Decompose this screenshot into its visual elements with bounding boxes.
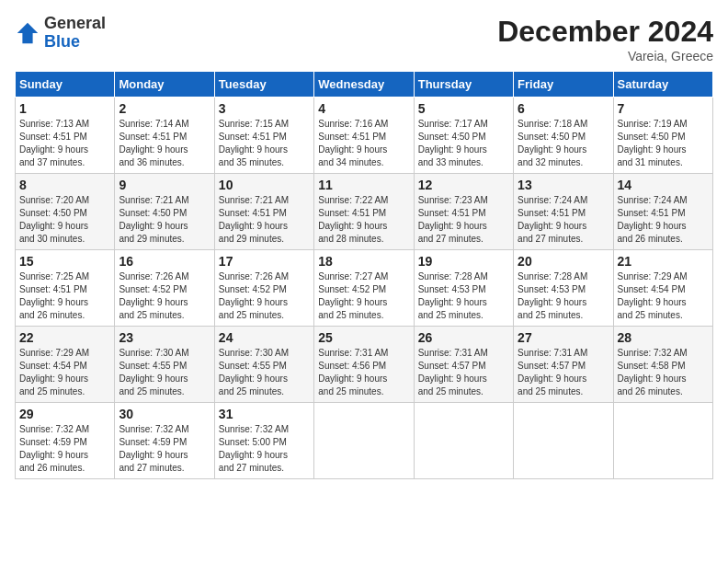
day-info: Sunrise: 7:31 AM Sunset: 4:56 PM Dayligh… xyxy=(318,347,409,398)
weekday-header: Wednesday xyxy=(314,72,414,98)
logo-icon xyxy=(15,20,40,46)
calendar-week-row: 22Sunrise: 7:29 AM Sunset: 4:54 PM Dayli… xyxy=(16,327,713,403)
day-info: Sunrise: 7:24 AM Sunset: 4:51 PM Dayligh… xyxy=(518,194,609,246)
day-number: 10 xyxy=(219,178,310,192)
weekday-header: Saturday xyxy=(613,72,712,98)
day-number: 9 xyxy=(119,178,210,192)
calendar-day-cell: 9Sunrise: 7:21 AM Sunset: 4:50 PM Daylig… xyxy=(115,174,214,250)
day-number: 4 xyxy=(318,101,409,116)
calendar-day-cell: 11Sunrise: 7:22 AM Sunset: 4:51 PM Dayli… xyxy=(314,174,414,250)
day-number: 24 xyxy=(219,330,310,345)
weekday-header: Monday xyxy=(115,72,214,98)
day-number: 20 xyxy=(518,254,609,269)
calendar-table: SundayMondayTuesdayWednesdayThursdayFrid… xyxy=(15,71,713,479)
day-number: 19 xyxy=(418,254,509,269)
calendar-day-cell: 31Sunrise: 7:32 AM Sunset: 5:00 PM Dayli… xyxy=(214,403,313,479)
logo: General Blue xyxy=(15,15,106,52)
day-info: Sunrise: 7:25 AM Sunset: 4:51 PM Dayligh… xyxy=(19,270,110,322)
day-info: Sunrise: 7:32 AM Sunset: 4:58 PM Dayligh… xyxy=(618,347,709,398)
day-info: Sunrise: 7:31 AM Sunset: 4:57 PM Dayligh… xyxy=(518,347,609,398)
calendar-day-cell: 17Sunrise: 7:26 AM Sunset: 4:52 PM Dayli… xyxy=(214,250,313,327)
day-info: Sunrise: 7:32 AM Sunset: 5:00 PM Dayligh… xyxy=(219,423,310,475)
calendar-day-cell: 6Sunrise: 7:18 AM Sunset: 4:50 PM Daylig… xyxy=(514,98,613,174)
calendar-day-cell: 10Sunrise: 7:21 AM Sunset: 4:51 PM Dayli… xyxy=(214,174,313,250)
page-header: General Blue December 2024 Vareia, Greec… xyxy=(15,15,713,63)
day-number: 6 xyxy=(518,101,609,116)
day-info: Sunrise: 7:16 AM Sunset: 4:51 PM Dayligh… xyxy=(318,118,409,169)
calendar-week-row: 29Sunrise: 7:32 AM Sunset: 4:59 PM Dayli… xyxy=(16,403,713,479)
day-info: Sunrise: 7:21 AM Sunset: 4:51 PM Dayligh… xyxy=(219,194,310,246)
day-info: Sunrise: 7:26 AM Sunset: 4:52 PM Dayligh… xyxy=(119,270,210,322)
day-number: 16 xyxy=(119,254,210,269)
calendar-day-cell xyxy=(314,403,414,479)
calendar-week-row: 1Sunrise: 7:13 AM Sunset: 4:51 PM Daylig… xyxy=(16,98,713,174)
calendar-day-cell: 18Sunrise: 7:27 AM Sunset: 4:52 PM Dayli… xyxy=(314,250,414,327)
calendar-day-cell xyxy=(514,403,613,479)
day-number: 8 xyxy=(19,178,110,192)
day-info: Sunrise: 7:28 AM Sunset: 4:53 PM Dayligh… xyxy=(418,270,509,322)
calendar-day-cell: 29Sunrise: 7:32 AM Sunset: 4:59 PM Dayli… xyxy=(16,403,115,479)
calendar-day-cell: 15Sunrise: 7:25 AM Sunset: 4:51 PM Dayli… xyxy=(16,250,115,327)
calendar-day-cell: 27Sunrise: 7:31 AM Sunset: 4:57 PM Dayli… xyxy=(514,327,613,403)
day-info: Sunrise: 7:19 AM Sunset: 4:50 PM Dayligh… xyxy=(618,118,709,169)
day-number: 26 xyxy=(418,330,509,345)
calendar-week-row: 8Sunrise: 7:20 AM Sunset: 4:50 PM Daylig… xyxy=(16,174,713,250)
calendar-day-cell: 2Sunrise: 7:14 AM Sunset: 4:51 PM Daylig… xyxy=(115,98,214,174)
day-number: 3 xyxy=(219,101,310,116)
day-info: Sunrise: 7:27 AM Sunset: 4:52 PM Dayligh… xyxy=(318,270,409,322)
weekday-header: Sunday xyxy=(16,72,115,98)
day-number: 22 xyxy=(19,330,110,345)
day-info: Sunrise: 7:21 AM Sunset: 4:50 PM Dayligh… xyxy=(119,194,210,246)
svg-marker-0 xyxy=(17,23,38,43)
calendar-day-cell: 4Sunrise: 7:16 AM Sunset: 4:51 PM Daylig… xyxy=(314,98,414,174)
day-info: Sunrise: 7:18 AM Sunset: 4:50 PM Dayligh… xyxy=(518,118,609,169)
day-number: 23 xyxy=(119,330,210,345)
day-info: Sunrise: 7:20 AM Sunset: 4:50 PM Dayligh… xyxy=(19,194,110,246)
calendar-day-cell: 26Sunrise: 7:31 AM Sunset: 4:57 PM Dayli… xyxy=(414,327,513,403)
calendar-day-cell: 8Sunrise: 7:20 AM Sunset: 4:50 PM Daylig… xyxy=(16,174,115,250)
month-title: December 2024 xyxy=(497,15,713,49)
location: Vareia, Greece xyxy=(497,49,713,63)
calendar-day-cell: 1Sunrise: 7:13 AM Sunset: 4:51 PM Daylig… xyxy=(16,98,115,174)
day-number: 11 xyxy=(318,178,409,192)
weekday-header: Tuesday xyxy=(214,72,313,98)
day-number: 21 xyxy=(618,254,709,269)
calendar-day-cell: 23Sunrise: 7:30 AM Sunset: 4:55 PM Dayli… xyxy=(115,327,214,403)
day-number: 18 xyxy=(318,254,409,269)
day-info: Sunrise: 7:32 AM Sunset: 4:59 PM Dayligh… xyxy=(19,423,110,475)
day-info: Sunrise: 7:30 AM Sunset: 4:55 PM Dayligh… xyxy=(219,347,310,398)
calendar-day-cell xyxy=(414,403,513,479)
day-number: 7 xyxy=(618,101,709,116)
calendar-day-cell: 28Sunrise: 7:32 AM Sunset: 4:58 PM Dayli… xyxy=(613,327,712,403)
calendar-day-cell: 13Sunrise: 7:24 AM Sunset: 4:51 PM Dayli… xyxy=(514,174,613,250)
calendar-day-cell: 19Sunrise: 7:28 AM Sunset: 4:53 PM Dayli… xyxy=(414,250,513,327)
calendar-day-cell: 20Sunrise: 7:28 AM Sunset: 4:53 PM Dayli… xyxy=(514,250,613,327)
title-area: December 2024 Vareia, Greece xyxy=(497,15,713,63)
day-info: Sunrise: 7:15 AM Sunset: 4:51 PM Dayligh… xyxy=(219,118,310,169)
day-number: 30 xyxy=(119,407,210,421)
day-info: Sunrise: 7:28 AM Sunset: 4:53 PM Dayligh… xyxy=(518,270,609,322)
day-number: 5 xyxy=(418,101,509,116)
day-number: 29 xyxy=(19,407,110,421)
day-number: 2 xyxy=(119,101,210,116)
day-number: 17 xyxy=(219,254,310,269)
day-info: Sunrise: 7:31 AM Sunset: 4:57 PM Dayligh… xyxy=(418,347,509,398)
calendar-day-cell: 22Sunrise: 7:29 AM Sunset: 4:54 PM Dayli… xyxy=(16,327,115,403)
weekday-header: Friday xyxy=(514,72,613,98)
day-info: Sunrise: 7:23 AM Sunset: 4:51 PM Dayligh… xyxy=(418,194,509,246)
calendar-day-cell: 7Sunrise: 7:19 AM Sunset: 4:50 PM Daylig… xyxy=(613,98,712,174)
day-info: Sunrise: 7:22 AM Sunset: 4:51 PM Dayligh… xyxy=(318,194,409,246)
day-info: Sunrise: 7:24 AM Sunset: 4:51 PM Dayligh… xyxy=(618,194,709,246)
calendar-day-cell: 12Sunrise: 7:23 AM Sunset: 4:51 PM Dayli… xyxy=(414,174,513,250)
day-number: 25 xyxy=(318,330,409,345)
day-info: Sunrise: 7:26 AM Sunset: 4:52 PM Dayligh… xyxy=(219,270,310,322)
day-number: 28 xyxy=(618,330,709,345)
calendar-day-cell: 30Sunrise: 7:32 AM Sunset: 4:59 PM Dayli… xyxy=(115,403,214,479)
day-info: Sunrise: 7:14 AM Sunset: 4:51 PM Dayligh… xyxy=(119,118,210,169)
logo-text: General Blue xyxy=(44,15,106,52)
day-number: 13 xyxy=(518,178,609,192)
calendar-day-cell: 21Sunrise: 7:29 AM Sunset: 4:54 PM Dayli… xyxy=(613,250,712,327)
calendar-day-cell: 25Sunrise: 7:31 AM Sunset: 4:56 PM Dayli… xyxy=(314,327,414,403)
day-info: Sunrise: 7:13 AM Sunset: 4:51 PM Dayligh… xyxy=(19,118,110,169)
day-number: 14 xyxy=(618,178,709,192)
